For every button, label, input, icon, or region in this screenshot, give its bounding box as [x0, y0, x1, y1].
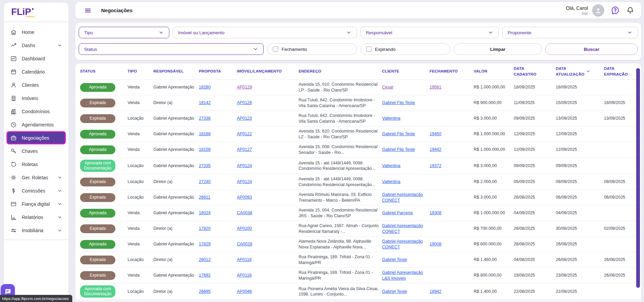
- proposta-link[interactable]: 18142: [199, 100, 211, 105]
- proposta-link[interactable]: 26811: [199, 195, 210, 200]
- imovel-link[interactable]: AP0093: [237, 195, 252, 200]
- column-header-valor: VALOR: [474, 68, 514, 74]
- column-header-data-atualizacao[interactable]: DATA ATUALIZAÇÃO: [556, 66, 604, 77]
- fechamento-link[interactable]: 18942: [430, 289, 441, 294]
- cliente-link[interactable]: Vallentina: [382, 116, 400, 121]
- hamburger-menu-icon[interactable]: [84, 7, 92, 14]
- status-select[interactable]: Status: [79, 43, 264, 55]
- avatar[interactable]: [592, 4, 604, 17]
- cliente-link[interactable]: Gabriel Flip Teste: [382, 132, 415, 136]
- help-icon[interactable]: [610, 6, 620, 15]
- sidebar-item-roletas[interactable]: Roletas: [6, 158, 66, 171]
- tipo-select[interactable]: Tipo: [79, 27, 169, 38]
- proposta-link[interactable]: 17829: [199, 242, 211, 246]
- imovel-link[interactable]: CA0038: [237, 210, 252, 215]
- dollar-icon: [10, 187, 17, 194]
- cliente-link[interactable]: Gabriel Teste: [382, 257, 407, 262]
- cliente-link[interactable]: Gabriel Apresentação CONECT: [382, 239, 423, 249]
- sidebar-item-imoveis[interactable]: Imóveis: [6, 92, 66, 105]
- fechamento-link[interactable]: 19581: [430, 85, 441, 89]
- sidebar-item-comissoes[interactable]: Comissões: [6, 184, 66, 197]
- imovel-link[interactable]: AP0100: [237, 226, 252, 231]
- data-atualizacao-cell: 26/08/2025: [556, 257, 604, 263]
- responsavel-select[interactable]: Responsável: [360, 27, 499, 38]
- proposta-link[interactable]: 18156: [199, 147, 211, 152]
- proposta-link[interactable]: 26012: [199, 257, 211, 262]
- cliente-link[interactable]: Gabriel Parceria: [382, 210, 413, 215]
- sidebar-item-condominios[interactable]: Condomínios: [6, 105, 66, 118]
- brand-suffix: effect: [27, 15, 35, 18]
- proposta-link[interactable]: 27335: [199, 163, 211, 168]
- cliente-link[interactable]: Gabriel Apresentação CONECT: [382, 192, 423, 203]
- data-atualizacao-cell: 06/09/2025: [556, 195, 604, 200]
- data-atualizacao-cell: 26/08/2025: [556, 241, 604, 247]
- cliente-link[interactable]: Gabriel Teste: [382, 289, 407, 294]
- imovel-link[interactable]: CA0028: [237, 242, 252, 246]
- sidebar-item-dashboard[interactable]: Dashboard: [6, 52, 66, 65]
- data-expiracao-cell: 26/08/2025: [604, 257, 637, 263]
- imovel-link[interactable]: AP0124: [237, 163, 252, 168]
- sort-chevron-icon[interactable]: [586, 69, 590, 74]
- proponente-select[interactable]: Proponente: [502, 27, 638, 38]
- imovel-link[interactable]: AP0127: [237, 147, 252, 152]
- sidebar-item-negociacoes[interactable]: Negociações: [6, 131, 66, 144]
- imovel-link[interactable]: AP0122: [237, 132, 252, 136]
- fechamento-link[interactable]: 19450: [430, 132, 441, 136]
- data-cadastro-cell: 12/09/2025: [514, 131, 556, 137]
- buscar-button[interactable]: Buscar: [545, 43, 638, 55]
- limpar-button[interactable]: Limpar: [454, 43, 542, 55]
- imovel-link[interactable]: AP0124: [237, 179, 252, 184]
- fechamento-link[interactable]: 19442: [430, 147, 441, 152]
- fechamento-link[interactable]: 19308: [430, 210, 441, 215]
- sidebar-item-fianca-digital[interactable]: Fiança digital: [6, 197, 66, 210]
- sidebar-item-clientes[interactable]: Clientes: [6, 78, 66, 92]
- proposta-link[interactable]: 27336: [199, 116, 211, 121]
- fechamento-checkbox[interactable]: Fechamento: [267, 43, 357, 55]
- proposta-link[interactable]: 26695: [199, 289, 211, 294]
- sidebar-item-home[interactable]: Home: [6, 25, 66, 39]
- fechamento-link[interactable]: 19372: [430, 163, 441, 168]
- status-cell: Expirada: [80, 193, 128, 202]
- notifications-bell-icon[interactable]: [626, 6, 634, 15]
- column-header-cliente: CLIENTE: [382, 68, 430, 74]
- imovel-select[interactable]: Imóvel ou Lançamento: [173, 27, 357, 38]
- cliente-link[interactable]: Gabriel Flip Teste: [382, 147, 415, 152]
- expirando-checkbox[interactable]: Expirando: [360, 43, 450, 55]
- proposta-link[interactable]: 27240: [199, 179, 211, 184]
- sidebar-item-agendamentos[interactable]: Agendamentos: [6, 118, 66, 131]
- imovel-link[interactable]: AP0116: [237, 273, 252, 278]
- horizontal-scrollbar[interactable]: [75, 299, 641, 302]
- negotiations-table: STATUSTIPORESPONSÁVELPROPOSTAIMÓVEL/LANÇ…: [75, 63, 641, 302]
- cliente-link[interactable]: Vallentina: [382, 163, 400, 168]
- logout-link[interactable]: Sair: [566, 11, 588, 16]
- data-expiracao-cell: 02/09/2025: [604, 226, 637, 231]
- sidebar-item-dashs[interactable]: Dashs: [6, 39, 66, 52]
- sidebar-item-ger-roletas[interactable]: Ger. Roletas: [6, 171, 66, 184]
- sidebar-item-imobiliaria[interactable]: Imobiliária: [6, 224, 66, 237]
- proposta-link[interactable]: 18168: [199, 132, 211, 136]
- proposta-cell: 27335: [199, 163, 237, 169]
- cliente-link[interactable]: Vallentina: [382, 179, 400, 184]
- data-atualizacao-cell: 23/08/2025: [556, 273, 604, 278]
- imovel-link[interactable]: AP0123: [237, 116, 252, 121]
- cliente-link[interactable]: Gabriel Apresentação CONECT: [382, 223, 423, 234]
- cliente-link[interactable]: Gabriel Apresentação L&S Imóveis: [382, 270, 423, 281]
- vertical-scrollbar[interactable]: [636, 68, 640, 288]
- imovel-link[interactable]: AP0126: [237, 100, 252, 105]
- imovel-link[interactable]: AP0046: [237, 289, 252, 294]
- proposta-link[interactable]: 18024: [199, 210, 211, 215]
- proposta-link[interactable]: 18280: [199, 85, 211, 89]
- sidebar-item-calendario[interactable]: Calendário: [6, 65, 66, 78]
- cliente-link[interactable]: Cesar: [382, 85, 393, 89]
- proposta-link[interactable]: 17820: [199, 226, 211, 231]
- proposta-link[interactable]: 17692: [199, 273, 211, 278]
- imovel-link[interactable]: AP0129: [237, 85, 252, 89]
- cliente-link[interactable]: Gabriel Flip Teste: [382, 100, 415, 105]
- imovel-link[interactable]: AP0116: [237, 257, 252, 262]
- data-expiracao-cell: 08/09/2025: [604, 179, 637, 185]
- sidebar-item-chaves[interactable]: Chaves: [6, 144, 66, 158]
- sidebar-item-relatorios[interactable]: Relatórios: [6, 210, 66, 224]
- home-icon: [10, 29, 17, 36]
- fechamento-link[interactable]: 19008: [430, 242, 441, 246]
- status-badge: Expirada: [80, 193, 115, 202]
